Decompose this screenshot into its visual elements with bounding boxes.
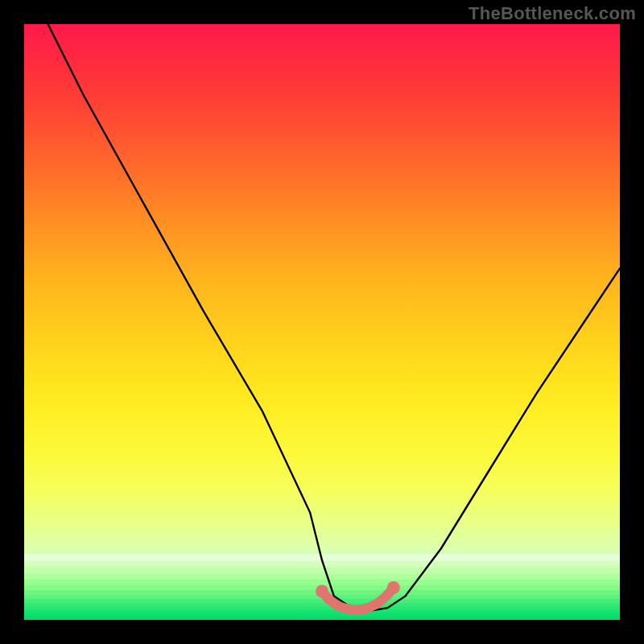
main-curve bbox=[48, 24, 620, 611]
green-band-strata bbox=[24, 554, 620, 620]
plot-area bbox=[24, 24, 620, 620]
chart-frame: TheBottleneck.com bbox=[0, 0, 644, 644]
watermark-text: TheBottleneck.com bbox=[469, 3, 636, 24]
curve-layer bbox=[24, 24, 620, 620]
